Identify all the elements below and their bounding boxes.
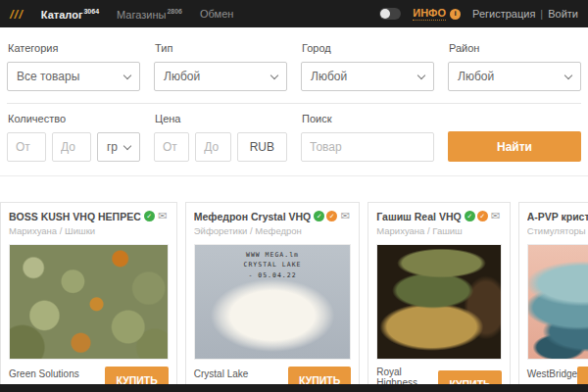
site-logo[interactable]: /// [10, 7, 24, 22]
find-button[interactable]: Найти [448, 131, 581, 162]
orange-check-icon: ✓ [326, 211, 337, 221]
image-caption: WWW MEGA.lm CRYSTAL LAKE - 05.04.22 [195, 250, 351, 280]
product-title[interactable]: Гашиш Real VHQ [376, 211, 461, 222]
envelope-icon: ✉ [490, 211, 502, 221]
theme-toggle[interactable] [379, 8, 401, 20]
card-header: Мефедрон Crystal VHQ ✓✓✉ [194, 211, 352, 222]
nav-shops-count: 2806 [167, 8, 182, 15]
city-label: Город [302, 42, 433, 54]
seller-name[interactable]: Crystal Lake [194, 368, 249, 379]
city-select[interactable]: Любой [301, 62, 434, 91]
orange-check-icon: ✓ [477, 211, 488, 221]
price-currency-box: RUB [237, 132, 287, 162]
product-image[interactable] [376, 244, 501, 360]
product-category: Эйфоретики / Мефедрон [194, 225, 352, 236]
chevron-down-icon [123, 71, 131, 78]
badge-row: ✓✓✉ [465, 211, 502, 221]
category-value: Все товары [17, 70, 79, 83]
quantity-unit-select[interactable]: гр [97, 132, 140, 162]
nav-catalog[interactable]: Каталог3064 [41, 8, 99, 21]
nav-exchange-label: Обмен [200, 8, 233, 20]
chevron-down-icon [270, 71, 278, 78]
card-header: Гашиш Real VHQ ✓✓✉ [376, 211, 501, 222]
chevron-down-icon [123, 141, 131, 149]
product-card: BOSS KUSH VHQ НЕПРЕС ✓✉ Марихуана / Шишк… [0, 202, 177, 392]
category-label: Категория [8, 42, 139, 54]
quantity-from-input[interactable] [7, 132, 46, 162]
auth-links: Регистрация | Войти [472, 8, 578, 20]
info-link-wrap[interactable]: ИНФО i [413, 7, 461, 21]
nav-catalog-count: 3064 [83, 8, 99, 15]
quantity-label: Количество [8, 113, 139, 124]
header-right: ИНФО i Регистрация | Войти [379, 7, 578, 21]
product-image[interactable] [9, 244, 169, 360]
product-category: Марихуана / Гашиш [376, 225, 501, 236]
filter-row-2: Количество гр Цена RUB Поиск [7, 104, 581, 175]
product-title[interactable]: BOSS KUSH VHQ НЕПРЕС [9, 211, 141, 222]
filter-row-1: Категория Все товары Тип Любой Город Люб… [7, 33, 581, 91]
nav-exchange[interactable]: Обмен [200, 8, 233, 20]
filter-panel: Категория Все товары Тип Любой Город Люб… [0, 27, 588, 176]
product-image[interactable]: WWW MEGA.lm CRYSTAL LAKE - 05.04.22 [194, 244, 352, 360]
district-value: Любой [458, 70, 494, 83]
district-select[interactable]: Любой [448, 62, 581, 91]
product-title[interactable]: A-PVP кристалл [527, 211, 588, 222]
envelope-icon: ✉ [157, 211, 169, 221]
login-link[interactable]: Войти [548, 8, 578, 20]
card-header: BOSS KUSH VHQ НЕПРЕС ✓✉ [9, 211, 169, 222]
type-label: Тип [155, 42, 286, 54]
nav-shops[interactable]: Магазины2806 [117, 8, 182, 21]
green-check-icon: ✓ [144, 211, 155, 221]
card-header: A-PVP кристалл ✓✉ [527, 211, 588, 222]
product-card: Мефедрон Crystal VHQ ✓✓✉ Эйфоретики / Ме… [185, 202, 361, 392]
info-icon: i [450, 9, 461, 20]
price-to-input[interactable] [195, 132, 230, 162]
badge-row: ✓✓✉ [314, 211, 351, 221]
chevron-down-icon [417, 71, 425, 78]
nav-shops-label: Магазины [117, 8, 166, 20]
green-check-icon: ✓ [314, 211, 324, 221]
top-bar: /// Каталог3064 Магазины2806 Обмен ИНФО … [0, 0, 588, 27]
product-card: Гашиш Real VHQ ✓✓✉ Марихуана / Гашиш Roy… [368, 202, 510, 392]
badge-row: ✓✉ [144, 211, 169, 221]
toggle-knob-icon [380, 9, 390, 19]
product-card: A-PVP кристалл ✓✉ Стимуляторы / Альфа We… [518, 202, 588, 392]
type-value: Любой [164, 70, 200, 83]
chevron-down-icon [564, 71, 572, 78]
category-select[interactable]: Все товары [7, 62, 140, 91]
page-footer-bar [0, 384, 588, 392]
product-title[interactable]: Мефедрон Crystal VHQ [194, 211, 312, 222]
product-category: Стимуляторы / Альфа [527, 225, 588, 236]
search-input[interactable] [301, 132, 434, 162]
main-nav: Каталог3064 Магазины2806 Обмен [41, 8, 379, 21]
info-link[interactable]: ИНФО [413, 7, 446, 21]
city-value: Любой [311, 70, 347, 83]
product-grid: BOSS KUSH VHQ НЕПРЕС ✓✉ Марихуана / Шишк… [0, 202, 588, 392]
envelope-icon: ✉ [339, 211, 351, 221]
product-category: Марихуана / Шишки [9, 225, 169, 236]
seller-name[interactable]: Green Solutions [9, 368, 79, 379]
quantity-to-input[interactable] [52, 132, 91, 162]
quantity-unit-value: гр [107, 140, 118, 154]
auth-divider: | [540, 8, 543, 20]
price-from-input[interactable] [154, 132, 189, 162]
district-label: Район [449, 42, 580, 54]
search-label: Поиск [302, 113, 433, 124]
price-label: Цена [155, 113, 286, 124]
seller-name[interactable]: WestBridge [527, 368, 578, 379]
green-check-icon: ✓ [465, 211, 475, 221]
type-select[interactable]: Любой [154, 62, 287, 91]
product-image[interactable] [527, 244, 588, 360]
register-link[interactable]: Регистрация [472, 8, 535, 20]
nav-catalog-label: Каталог [41, 8, 83, 20]
